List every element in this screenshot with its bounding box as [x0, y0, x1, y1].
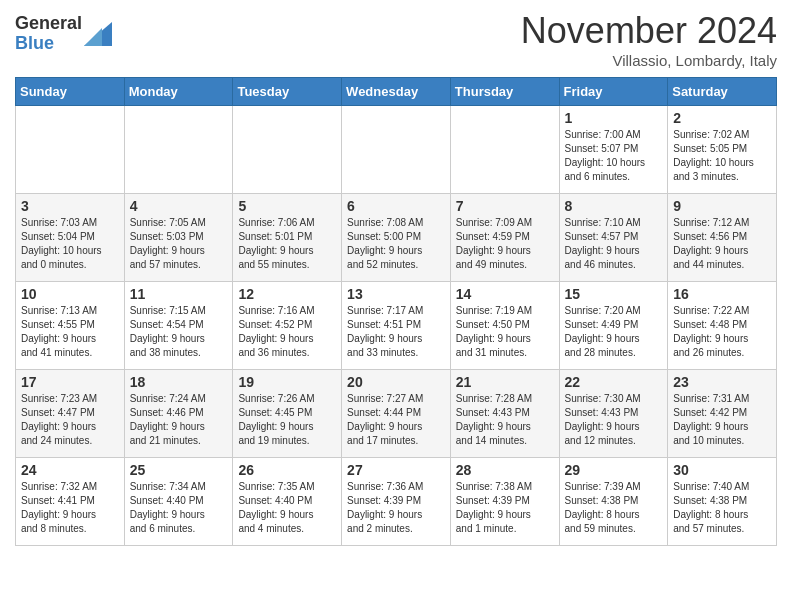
day-number: 8 [565, 198, 663, 214]
logo-text: General Blue [15, 14, 82, 54]
day-cell: 1Sunrise: 7:00 AM Sunset: 5:07 PM Daylig… [559, 106, 668, 194]
week-row-2: 3Sunrise: 7:03 AM Sunset: 5:04 PM Daylig… [16, 194, 777, 282]
day-number: 2 [673, 110, 771, 126]
day-info: Sunrise: 7:27 AM Sunset: 4:44 PM Dayligh… [347, 392, 445, 448]
day-number: 24 [21, 462, 119, 478]
day-info: Sunrise: 7:10 AM Sunset: 4:57 PM Dayligh… [565, 216, 663, 272]
day-cell: 19Sunrise: 7:26 AM Sunset: 4:45 PM Dayli… [233, 370, 342, 458]
day-cell: 9Sunrise: 7:12 AM Sunset: 4:56 PM Daylig… [668, 194, 777, 282]
day-number: 7 [456, 198, 554, 214]
logo-icon [84, 18, 112, 46]
header-cell-wednesday: Wednesday [342, 78, 451, 106]
day-number: 3 [21, 198, 119, 214]
day-number: 19 [238, 374, 336, 390]
day-cell: 28Sunrise: 7:38 AM Sunset: 4:39 PM Dayli… [450, 458, 559, 546]
week-row-4: 17Sunrise: 7:23 AM Sunset: 4:47 PM Dayli… [16, 370, 777, 458]
day-cell: 21Sunrise: 7:28 AM Sunset: 4:43 PM Dayli… [450, 370, 559, 458]
day-number: 21 [456, 374, 554, 390]
logo: General Blue [15, 14, 112, 54]
day-info: Sunrise: 7:31 AM Sunset: 4:42 PM Dayligh… [673, 392, 771, 448]
week-row-1: 1Sunrise: 7:00 AM Sunset: 5:07 PM Daylig… [16, 106, 777, 194]
day-cell: 4Sunrise: 7:05 AM Sunset: 5:03 PM Daylig… [124, 194, 233, 282]
month-title: November 2024 [521, 10, 777, 52]
day-number: 1 [565, 110, 663, 126]
day-cell: 25Sunrise: 7:34 AM Sunset: 4:40 PM Dayli… [124, 458, 233, 546]
day-number: 26 [238, 462, 336, 478]
day-cell: 5Sunrise: 7:06 AM Sunset: 5:01 PM Daylig… [233, 194, 342, 282]
day-number: 20 [347, 374, 445, 390]
day-cell [342, 106, 451, 194]
day-info: Sunrise: 7:17 AM Sunset: 4:51 PM Dayligh… [347, 304, 445, 360]
day-info: Sunrise: 7:40 AM Sunset: 4:38 PM Dayligh… [673, 480, 771, 536]
day-number: 30 [673, 462, 771, 478]
day-info: Sunrise: 7:13 AM Sunset: 4:55 PM Dayligh… [21, 304, 119, 360]
day-info: Sunrise: 7:24 AM Sunset: 4:46 PM Dayligh… [130, 392, 228, 448]
day-cell: 13Sunrise: 7:17 AM Sunset: 4:51 PM Dayli… [342, 282, 451, 370]
day-cell [233, 106, 342, 194]
day-info: Sunrise: 7:38 AM Sunset: 4:39 PM Dayligh… [456, 480, 554, 536]
day-info: Sunrise: 7:35 AM Sunset: 4:40 PM Dayligh… [238, 480, 336, 536]
day-number: 5 [238, 198, 336, 214]
day-cell: 22Sunrise: 7:30 AM Sunset: 4:43 PM Dayli… [559, 370, 668, 458]
day-number: 11 [130, 286, 228, 302]
day-cell: 23Sunrise: 7:31 AM Sunset: 4:42 PM Dayli… [668, 370, 777, 458]
day-info: Sunrise: 7:32 AM Sunset: 4:41 PM Dayligh… [21, 480, 119, 536]
day-number: 25 [130, 462, 228, 478]
calendar-header: SundayMondayTuesdayWednesdayThursdayFrid… [16, 78, 777, 106]
day-info: Sunrise: 7:36 AM Sunset: 4:39 PM Dayligh… [347, 480, 445, 536]
day-number: 4 [130, 198, 228, 214]
day-info: Sunrise: 7:19 AM Sunset: 4:50 PM Dayligh… [456, 304, 554, 360]
location: Villassio, Lombardy, Italy [521, 52, 777, 69]
day-cell: 8Sunrise: 7:10 AM Sunset: 4:57 PM Daylig… [559, 194, 668, 282]
day-cell: 3Sunrise: 7:03 AM Sunset: 5:04 PM Daylig… [16, 194, 125, 282]
day-number: 22 [565, 374, 663, 390]
day-cell: 30Sunrise: 7:40 AM Sunset: 4:38 PM Dayli… [668, 458, 777, 546]
logo-blue: Blue [15, 34, 82, 54]
day-number: 12 [238, 286, 336, 302]
day-cell: 14Sunrise: 7:19 AM Sunset: 4:50 PM Dayli… [450, 282, 559, 370]
header-cell-monday: Monday [124, 78, 233, 106]
week-row-3: 10Sunrise: 7:13 AM Sunset: 4:55 PM Dayli… [16, 282, 777, 370]
day-number: 10 [21, 286, 119, 302]
day-info: Sunrise: 7:02 AM Sunset: 5:05 PM Dayligh… [673, 128, 771, 184]
page-container: General Blue November 2024 Villassio, Lo… [0, 0, 792, 556]
day-info: Sunrise: 7:34 AM Sunset: 4:40 PM Dayligh… [130, 480, 228, 536]
header-cell-tuesday: Tuesday [233, 78, 342, 106]
day-info: Sunrise: 7:06 AM Sunset: 5:01 PM Dayligh… [238, 216, 336, 272]
day-number: 6 [347, 198, 445, 214]
day-number: 15 [565, 286, 663, 302]
logo-general: General [15, 14, 82, 34]
day-info: Sunrise: 7:05 AM Sunset: 5:03 PM Dayligh… [130, 216, 228, 272]
day-cell: 2Sunrise: 7:02 AM Sunset: 5:05 PM Daylig… [668, 106, 777, 194]
day-cell: 26Sunrise: 7:35 AM Sunset: 4:40 PM Dayli… [233, 458, 342, 546]
day-number: 29 [565, 462, 663, 478]
header-cell-thursday: Thursday [450, 78, 559, 106]
day-info: Sunrise: 7:30 AM Sunset: 4:43 PM Dayligh… [565, 392, 663, 448]
day-cell: 12Sunrise: 7:16 AM Sunset: 4:52 PM Dayli… [233, 282, 342, 370]
day-info: Sunrise: 7:00 AM Sunset: 5:07 PM Dayligh… [565, 128, 663, 184]
day-number: 17 [21, 374, 119, 390]
day-cell: 29Sunrise: 7:39 AM Sunset: 4:38 PM Dayli… [559, 458, 668, 546]
day-info: Sunrise: 7:15 AM Sunset: 4:54 PM Dayligh… [130, 304, 228, 360]
day-cell: 27Sunrise: 7:36 AM Sunset: 4:39 PM Dayli… [342, 458, 451, 546]
header: General Blue November 2024 Villassio, Lo… [15, 10, 777, 69]
week-row-5: 24Sunrise: 7:32 AM Sunset: 4:41 PM Dayli… [16, 458, 777, 546]
day-number: 9 [673, 198, 771, 214]
header-cell-saturday: Saturday [668, 78, 777, 106]
day-number: 28 [456, 462, 554, 478]
day-cell [124, 106, 233, 194]
day-info: Sunrise: 7:28 AM Sunset: 4:43 PM Dayligh… [456, 392, 554, 448]
day-number: 23 [673, 374, 771, 390]
day-number: 13 [347, 286, 445, 302]
day-info: Sunrise: 7:26 AM Sunset: 4:45 PM Dayligh… [238, 392, 336, 448]
day-info: Sunrise: 7:23 AM Sunset: 4:47 PM Dayligh… [21, 392, 119, 448]
day-cell: 7Sunrise: 7:09 AM Sunset: 4:59 PM Daylig… [450, 194, 559, 282]
day-cell: 10Sunrise: 7:13 AM Sunset: 4:55 PM Dayli… [16, 282, 125, 370]
day-cell: 18Sunrise: 7:24 AM Sunset: 4:46 PM Dayli… [124, 370, 233, 458]
day-cell: 16Sunrise: 7:22 AM Sunset: 4:48 PM Dayli… [668, 282, 777, 370]
day-number: 14 [456, 286, 554, 302]
day-info: Sunrise: 7:09 AM Sunset: 4:59 PM Dayligh… [456, 216, 554, 272]
calendar-table: SundayMondayTuesdayWednesdayThursdayFrid… [15, 77, 777, 546]
day-cell: 11Sunrise: 7:15 AM Sunset: 4:54 PM Dayli… [124, 282, 233, 370]
day-cell: 15Sunrise: 7:20 AM Sunset: 4:49 PM Dayli… [559, 282, 668, 370]
